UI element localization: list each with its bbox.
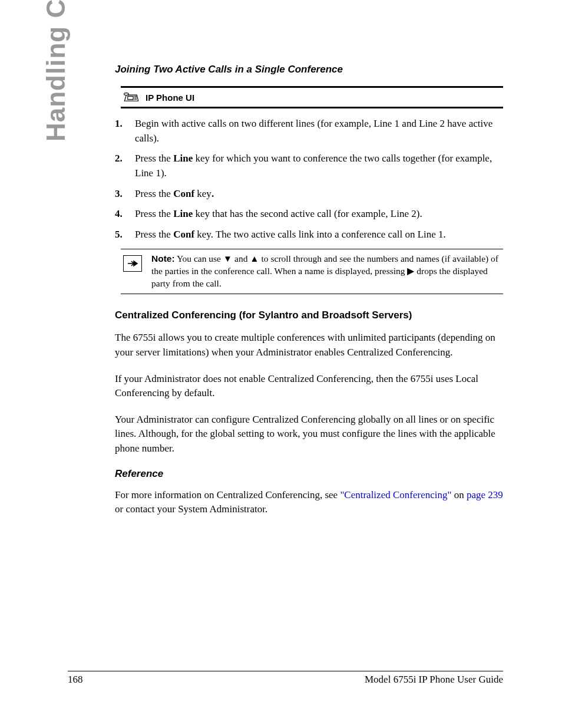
step-3-a: Press the — [135, 188, 173, 199]
step-1-text: Begin with active calls on two different… — [135, 118, 492, 144]
step-1: Begin with active calls on two different… — [115, 117, 503, 146]
step-3-key: Conf — [173, 188, 194, 199]
page-number: 168 — [68, 674, 83, 686]
step-5-c: key. The two active calls link into a co… — [194, 229, 446, 240]
section-title: Joining Two Active Calls in a Single Con… — [115, 64, 503, 75]
note-t1: You can use — [175, 253, 223, 263]
step-3: Press the Conf key. — [115, 187, 503, 202]
right-arrow-icon: ▶ — [407, 266, 414, 276]
note-t2: and — [232, 253, 250, 263]
step-2-a: Press the — [135, 153, 173, 164]
note-arrow-icon — [123, 255, 142, 272]
step-2-key: Line — [173, 153, 193, 164]
step-4: Press the Line key that has the second a… — [115, 207, 503, 222]
down-arrow-icon: ▼ — [223, 253, 232, 263]
step-5-key: Conf — [173, 229, 194, 240]
svg-point-0 — [124, 93, 129, 95]
step-3-d: . — [211, 188, 214, 199]
step-4-a: Press the — [135, 208, 173, 219]
procedure-steps: Begin with active calls on two different… — [115, 117, 503, 242]
up-arrow-icon: ▲ — [250, 253, 259, 263]
centralized-conferencing-heading: Centralized Conferencing (for Sylantro a… — [115, 309, 503, 321]
page-239-link[interactable]: page 239 — [467, 489, 503, 500]
side-heading-text: Handling Calls — [41, 0, 70, 141]
step-4-key: Line — [173, 208, 193, 219]
reference-heading: Reference — [115, 468, 503, 480]
ui-banner-label: IP Phone UI — [146, 93, 194, 103]
para-3: Your Administrator can configure Central… — [115, 413, 503, 456]
reference-para: For more information on Centralized Conf… — [115, 488, 503, 517]
step-4-c: key that has the second active call (for… — [193, 208, 422, 219]
page-content: Joining Two Active Calls in a Single Con… — [115, 64, 503, 529]
para-1: The 6755i allows you to create multiple … — [115, 331, 503, 360]
note-label: Note: — [151, 253, 175, 263]
ref-t1: For more information on Centralized Conf… — [115, 489, 340, 500]
side-chapter-heading: Handling Calls — [41, 0, 71, 141]
note-block: Note: You can use ▼ and ▲ to scroll thro… — [121, 249, 503, 294]
ref-t2: on — [451, 489, 467, 500]
para-2: If your Administrator does not enable Ce… — [115, 372, 503, 401]
ip-phone-ui-banner: IP Phone UI — [121, 86, 503, 108]
step-5-a: Press the — [135, 229, 173, 240]
note-text: Note: You can use ▼ and ▲ to scroll thro… — [151, 253, 501, 290]
step-3-c: key — [194, 188, 211, 199]
step-2: Press the Line key for which you want to… — [115, 151, 503, 180]
ref-t3: or contact your System Administrator. — [115, 503, 267, 515]
page-footer: 168 Model 6755i IP Phone User Guide — [68, 671, 503, 686]
centralized-conferencing-link[interactable]: "Centralized Conferencing" — [340, 489, 451, 500]
step-5: Press the Conf key. The two active calls… — [115, 228, 503, 242]
doc-title: Model 6755i IP Phone User Guide — [365, 674, 503, 686]
phone-icon — [123, 91, 140, 103]
